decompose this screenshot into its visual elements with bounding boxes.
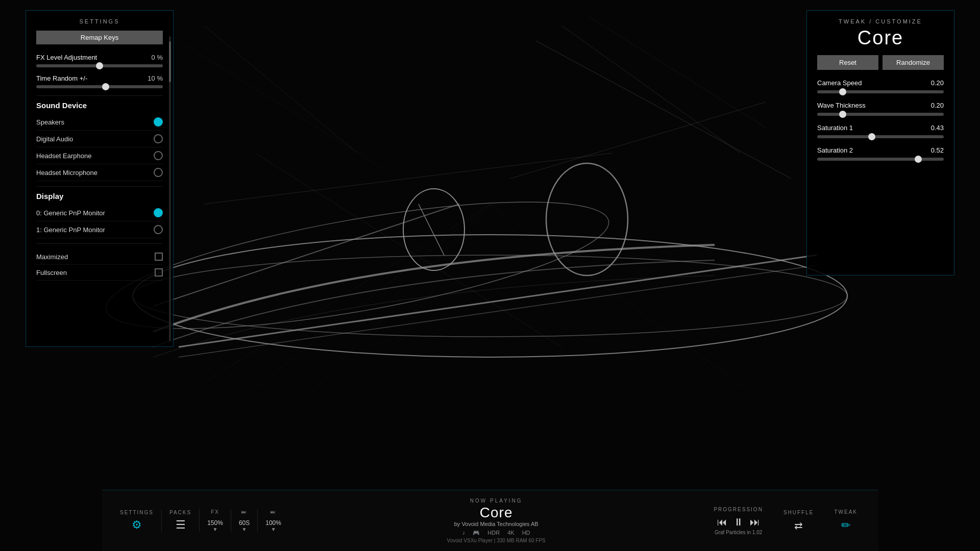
display-title: Display: [36, 192, 163, 201]
digital-audio-radio[interactable]: [154, 134, 163, 143]
speed-value: 100%: [265, 519, 281, 527]
camera-speed-setting: Camera Speed 0.20: [817, 79, 944, 93]
bottom-packs-section: PACKS ☰: [161, 510, 199, 532]
display-1-radio[interactable]: [154, 225, 163, 234]
time-random-label: Time Random +/-: [36, 74, 87, 82]
wave-thickness-thumb[interactable]: [839, 111, 846, 118]
fx-level-slider[interactable]: [36, 64, 163, 67]
fullscreen-item[interactable]: Fullscreen: [36, 265, 163, 281]
sound-device-headset-earphone[interactable]: Headset Earphone: [36, 147, 163, 164]
display-0-radio[interactable]: [154, 208, 163, 217]
tweak-panel: TWEAK / CUSTOMIZE Core Reset Randomize C…: [806, 10, 954, 276]
saturation1-thumb[interactable]: [868, 133, 875, 140]
saturation2-slider[interactable]: [817, 158, 944, 161]
4k-badge: 4K: [507, 530, 514, 536]
fx-value: 150%: [207, 519, 223, 527]
headset-microphone-radio[interactable]: [154, 168, 163, 177]
sound-device-headset-microphone[interactable]: Headset Microphone: [36, 164, 163, 181]
fx-level-setting: FX Level Adjustment 0 %: [36, 54, 163, 67]
fullscreen-checkbox[interactable]: [155, 268, 163, 277]
speed-arrow-icon[interactable]: ▼: [271, 527, 276, 532]
bottom-fx-label: FX: [211, 509, 219, 515]
sound-device-title: Sound Device: [36, 101, 163, 110]
sound-device-speakers[interactable]: Speakers: [36, 114, 163, 131]
display-1-generic[interactable]: 1: Generic PnP Monitor: [36, 221, 163, 238]
bottom-packs-label: PACKS: [169, 510, 191, 515]
tweak-pencil-icon[interactable]: ✏: [841, 519, 850, 532]
headset-earphone-label: Headset Earphone: [36, 152, 91, 160]
now-playing-section: NOW PLAYING Core by Vovoid Media Technol…: [289, 498, 703, 543]
next-button[interactable]: ⏭: [750, 516, 760, 528]
camera-speed-thumb[interactable]: [839, 88, 846, 95]
now-playing-label: NOW PLAYING: [470, 498, 523, 504]
bottom-speed-skip2-icon[interactable]: ⏭: [271, 509, 277, 515]
saturation2-label: Saturation 2: [817, 146, 853, 154]
camera-speed-value: 0.20: [931, 79, 944, 87]
headset-earphone-radio[interactable]: [154, 151, 163, 160]
hdr-badge: HDR: [487, 530, 500, 536]
reset-button[interactable]: Reset: [817, 55, 878, 70]
now-playing-icons-row: ♪ 🎮 HDR 4K HD: [462, 530, 530, 536]
saturation1-setting: Saturation 1 0.43: [817, 124, 944, 138]
saturation2-setting: Saturation 2 0.52: [817, 146, 944, 161]
settings-panel-title: SETTINGS: [36, 18, 163, 24]
speakers-label: Speakers: [36, 118, 64, 126]
saturation1-slider[interactable]: [817, 135, 944, 138]
time-value: 60S: [239, 519, 250, 527]
time-arrow-icon[interactable]: ▼: [242, 527, 247, 532]
speakers-radio[interactable]: [154, 117, 163, 127]
shuffle-section: SHUFFLE ⇄: [773, 510, 824, 532]
progression-section: PROGRESSION ⏮ ⏸ ⏭ Graf Particles in 1.02: [703, 507, 773, 535]
fullscreen-label: Fullscreen: [36, 269, 67, 277]
saturation2-thumb[interactable]: [915, 156, 922, 163]
prev-button[interactable]: ⏮: [717, 516, 727, 528]
now-playing-title: Core: [480, 505, 513, 521]
now-playing-artist: by Vovoid Media Technologies AB: [454, 521, 538, 527]
wave-thickness-slider[interactable]: [817, 113, 944, 116]
saturation1-value: 0.43: [931, 124, 944, 132]
bottom-tweak-label: TWEAK: [834, 509, 857, 515]
headset-microphone-label: Headset Microphone: [36, 169, 97, 177]
randomize-button[interactable]: Randomize: [883, 55, 944, 70]
bottom-time-skip-icon[interactable]: ⏭: [241, 509, 248, 515]
maximized-label: Maximized: [36, 253, 68, 261]
maximized-checkbox[interactable]: [155, 253, 163, 261]
settings-panel: SETTINGS Remap Keys FX Level Adjustment …: [26, 10, 174, 347]
maximized-item[interactable]: Maximized: [36, 249, 163, 265]
tweak-core-title: Core: [817, 27, 944, 49]
bottom-bar: SETTINGS ⚙ PACKS ☰ FX 150% ▼ ⏭ 60S ▼ ⏭ 1…: [102, 490, 878, 551]
sound-device-digital-audio[interactable]: Digital Audio: [36, 131, 163, 147]
shuffle-icon[interactable]: ⇄: [794, 519, 803, 532]
remap-keys-button[interactable]: Remap Keys: [36, 31, 163, 44]
music-icon: ♪: [462, 530, 465, 536]
bottom-time-section: ⏭ 60S ▼: [231, 509, 257, 532]
hd-badge: HD: [522, 530, 530, 536]
pause-button[interactable]: ⏸: [733, 516, 744, 528]
fx-level-thumb[interactable]: [96, 62, 103, 69]
bottom-tweak-section: TWEAK ✏: [824, 509, 868, 532]
progression-label: PROGRESSION: [714, 507, 763, 512]
shuffle-label: SHUFFLE: [783, 510, 814, 515]
saturation2-value: 0.52: [931, 146, 944, 154]
tweak-panel-title: TWEAK / CUSTOMIZE: [817, 18, 944, 24]
transport-controls: ⏮ ⏸ ⏭: [717, 516, 760, 528]
bottom-speed-section: ⏭ 100% ▼: [257, 509, 289, 532]
fx-level-label: FX Level Adjustment: [36, 54, 97, 61]
player-footer: Vovoid VSXu Player | 330 MB RAM 60 FPS: [447, 538, 546, 543]
display-0-generic[interactable]: 0: Generic PnP Monitor: [36, 205, 163, 221]
saturation1-label: Saturation 1: [817, 124, 853, 132]
time-random-thumb[interactable]: [102, 83, 109, 90]
settings-gear-icon[interactable]: ⚙: [132, 518, 142, 532]
camera-speed-slider[interactable]: [817, 90, 944, 93]
fx-arrow-icon[interactable]: ▼: [213, 527, 218, 532]
wave-thickness-value: 0.20: [931, 102, 944, 109]
gamepad-icon: 🎮: [473, 530, 480, 536]
packs-menu-icon[interactable]: ☰: [176, 518, 186, 532]
bottom-fx-section: FX 150% ▼: [199, 509, 231, 532]
time-random-slider[interactable]: [36, 85, 163, 88]
time-random-value: 10 %: [148, 74, 163, 82]
wave-thickness-label: Wave Thickness: [817, 102, 866, 109]
bottom-settings-section: SETTINGS ⚙: [112, 510, 161, 532]
display-0-label: 0: Generic PnP Monitor: [36, 209, 105, 217]
wave-thickness-setting: Wave Thickness 0.20: [817, 102, 944, 116]
